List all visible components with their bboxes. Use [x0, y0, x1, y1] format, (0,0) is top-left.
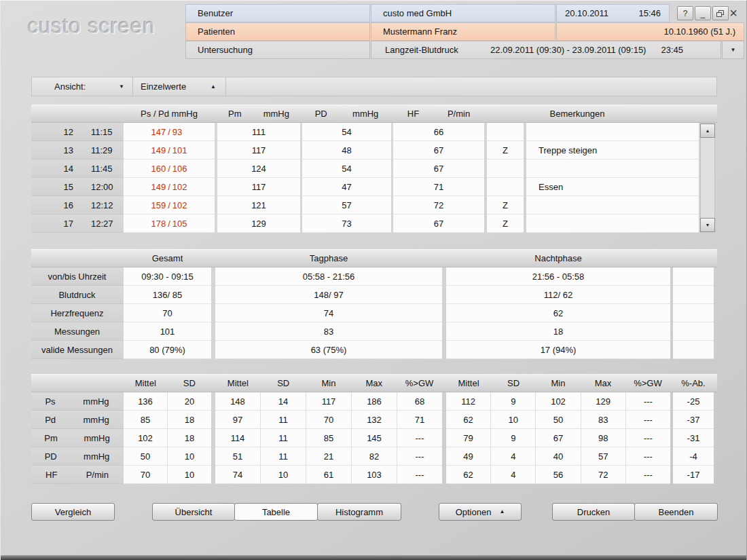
exam-duration: 23:45: [661, 45, 683, 55]
close-button[interactable]: ×: [729, 5, 737, 21]
param-unit: mmHg: [84, 451, 109, 462]
col-min: Min: [306, 375, 352, 392]
row-number: 14: [31, 164, 73, 174]
minimize-button[interactable]: _: [695, 6, 711, 20]
statistics-row: PDmmHg 50 10 51 11 21 82 --- 49 4 40 57 …: [31, 447, 717, 466]
stat-value: 50: [124, 447, 168, 465]
stat-value: 11: [261, 447, 306, 465]
histogramm-button[interactable]: Histogramm: [317, 503, 401, 521]
param-unit: mmHg: [84, 415, 109, 425]
col-pd-unit: mmHg: [352, 109, 378, 119]
stat-value: 14: [261, 392, 306, 410]
measurement-row[interactable]: 1512:00 149/102 117 47 71 Essen: [31, 178, 717, 196]
view-mode-dropdown[interactable]: Einzelwerte ▲: [133, 77, 226, 96]
row-time: 12:27: [91, 219, 113, 229]
restore-button[interactable]: [712, 6, 729, 20]
summary-row: Messungen 101 83 18: [31, 322, 717, 341]
row-time: 12:00: [91, 182, 113, 192]
empty-cell: [673, 286, 714, 304]
chevron-up-icon: ▲: [211, 84, 216, 90]
stat-value: 10: [491, 411, 536, 428]
restore-icon: [716, 10, 724, 17]
ab-value: -31: [673, 429, 714, 447]
measurement-row[interactable]: 1411:45 160/106 124 54 67: [31, 160, 717, 178]
summary-row: valide Messungen 80 (79%) 63 (75%) 17 (9…: [31, 341, 717, 359]
row-time: 12:12: [91, 200, 113, 210]
col-hf-unit: P/min: [448, 109, 470, 119]
untersuchung-button[interactable]: Untersuchung: [185, 41, 370, 59]
param-abbr: HF: [45, 470, 57, 480]
drucken-label: Drucken: [577, 507, 610, 517]
nacht-values: 112 9 102 129 ---: [446, 392, 670, 411]
help-button[interactable]: ?: [677, 6, 693, 20]
stat-value: 62: [446, 411, 491, 428]
statistics-row: PmmmHg 102 18 114 11 85 145 --- 79 9 67 …: [31, 429, 717, 447]
stat-value: 10: [168, 447, 211, 465]
stat-value: 114: [215, 429, 261, 447]
measurement-row[interactable]: 1311:29 149/101 117 48 67 Z Treppe steig…: [31, 141, 717, 160]
nacht-header-group: Mittel SD Min Max %>GW: [446, 375, 670, 392]
measurement-id: 1311:29: [31, 141, 123, 160]
stat-value: 103: [352, 466, 397, 483]
tag-values: 97 11 70 132 71: [215, 411, 442, 429]
optionen-button[interactable]: Optionen▲: [439, 503, 522, 521]
beenden-button[interactable]: Beenden: [634, 503, 718, 521]
chevron-down-icon: ▼: [119, 84, 124, 90]
untersuchung-label: Untersuchung: [198, 45, 253, 55]
ps-pd-value: 178/105: [124, 214, 215, 233]
col-empty: [31, 375, 123, 392]
tagphase-value: 05:58 - 21:56: [215, 267, 442, 286]
row-number: 17: [31, 219, 73, 229]
current-time: 15:46: [638, 8, 661, 18]
stat-value: 70: [306, 411, 352, 428]
nacht-values: 62 4 56 72 ---: [446, 466, 670, 484]
stat-value: ---: [626, 392, 670, 410]
stat-value: 9: [491, 392, 536, 410]
statistics-row: PdmmHg 85 18 97 11 70 132 71 62 10 50 83…: [31, 411, 717, 429]
measurements-header: Ps / Pd mmHg PmmmHg PDmmHg HFP/min Bemer…: [31, 105, 717, 123]
pd-value: 57: [302, 196, 391, 214]
col-gesamt: Gesamt: [124, 250, 211, 267]
uebersicht-button[interactable]: Übersicht: [152, 503, 235, 521]
param-label: PdmmHg: [31, 411, 123, 429]
col-ps-pd: Ps / Pd mmHg: [124, 105, 215, 122]
z-marker: Z: [487, 141, 524, 160]
scroll-up-button[interactable]: ▲: [700, 124, 715, 138]
measurement-row[interactable]: 1712:27 178/105 129 73 67 Z: [31, 214, 717, 233]
scroll-down-button[interactable]: ▼: [700, 218, 715, 232]
remark: [526, 160, 699, 178]
row-time: 11:15: [91, 127, 113, 137]
patienten-button[interactable]: Patienten: [185, 22, 370, 41]
stat-value: 85: [306, 429, 352, 447]
scrollbar-track[interactable]: [700, 138, 715, 218]
scrollbar[interactable]: ▲ ▼: [700, 124, 715, 232]
tag-values: 148 14 117 186 68: [215, 392, 442, 411]
vergleich-button[interactable]: Vergleich: [31, 503, 115, 521]
ansicht-dropdown[interactable]: Ansicht: ▼: [32, 77, 133, 96]
measurement-id: 1712:27: [31, 214, 123, 233]
gesamt-values: 102 18: [124, 429, 211, 447]
exam-dropdown-button[interactable]: ▼: [722, 41, 744, 59]
drucken-button[interactable]: Drucken: [552, 503, 635, 521]
summary-row: von/bis Uhrzeit 09:30 - 09:15 05:58 - 21…: [31, 267, 717, 286]
patient-birthdate: 10.10.1960 (51 J.): [556, 22, 744, 41]
z-marker: Z: [487, 196, 524, 214]
measurement-row[interactable]: 1612:12 159/102 121 57 72 Z: [31, 196, 717, 214]
row-number: 13: [31, 145, 73, 155]
col-bemerkungen: Bemerkungen: [487, 105, 699, 122]
patient-name-text: Mustermann Franz: [383, 26, 457, 37]
tagphase-value: 83: [215, 322, 442, 341]
hf-value: 67: [393, 160, 484, 178]
pm-value: 129: [217, 214, 300, 233]
app-logo-text: custo screen: [28, 14, 156, 38]
benutzer-button[interactable]: Benutzer: [185, 4, 370, 22]
stat-value: 79: [446, 429, 491, 447]
z-marker: [487, 160, 524, 178]
measurement-row[interactable]: 1211:15 147/93 111 54 66: [31, 123, 717, 141]
tabelle-button[interactable]: Tabelle: [234, 503, 318, 521]
measurement-id: 1612:12: [31, 196, 123, 214]
param-unit: mmHg: [83, 396, 109, 407]
optionen-label: Optionen: [456, 507, 492, 517]
exam-type: Langzeit-Blutdruck: [385, 45, 458, 55]
stat-value: 21: [306, 447, 352, 465]
